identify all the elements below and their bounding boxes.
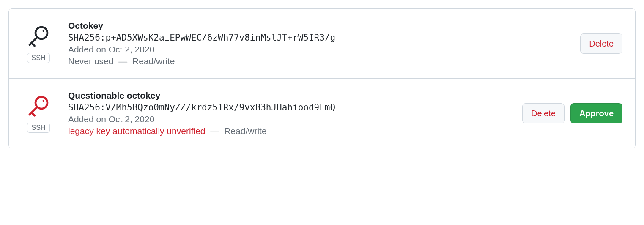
key-icon-col: SSH xyxy=(22,94,55,133)
ssh-badge: SSH xyxy=(27,53,50,63)
key-row: SSH Octokey SHA256:p+AD5XWsK2aiEPwWEC/6z… xyxy=(9,9,635,78)
key-usage: legacy key automatically unverified xyxy=(68,126,206,136)
key-info: Questionable octokey SHA256:V/Mh5BQzo0mN… xyxy=(55,91,522,136)
key-status: Never used — Read/write xyxy=(68,56,580,66)
key-actions: Delete Approve xyxy=(522,103,622,123)
svg-point-1 xyxy=(43,30,44,32)
delete-button[interactable]: Delete xyxy=(522,103,565,123)
key-access: Read/write xyxy=(132,56,175,66)
key-title: Octokey xyxy=(68,21,580,31)
key-added-date: Added on Oct 2, 2020 xyxy=(68,114,522,124)
key-status: legacy key automatically unverified — Re… xyxy=(68,126,522,136)
status-separator: — xyxy=(118,56,127,66)
key-icon xyxy=(27,24,50,48)
ssh-badge: SSH xyxy=(27,123,50,133)
approve-button[interactable]: Approve xyxy=(570,103,622,123)
key-fingerprint: SHA256:V/Mh5BQzo0mNyZZ/krdz51Rx/9vxB3hJH… xyxy=(68,102,522,112)
ssh-keys-list: SSH Octokey SHA256:p+AD5XWsK2aiEPwWEC/6z… xyxy=(8,8,636,148)
svg-point-3 xyxy=(43,100,44,102)
key-icon xyxy=(27,94,50,118)
key-info: Octokey SHA256:p+AD5XWsK2aiEPwWEC/6zWh77… xyxy=(55,21,580,66)
key-actions: Delete xyxy=(580,33,622,54)
key-added-date: Added on Oct 2, 2020 xyxy=(68,44,580,55)
key-icon-col: SSH xyxy=(22,24,55,63)
key-fingerprint: SHA256:p+AD5XWsK2aiEPwWEC/6zWh77v8inMslJ… xyxy=(68,33,580,43)
key-access: Read/write xyxy=(224,126,266,136)
key-title: Questionable octokey xyxy=(68,91,522,101)
status-separator: — xyxy=(210,126,219,136)
key-row: SSH Questionable octokey SHA256:V/Mh5BQz… xyxy=(9,78,635,148)
delete-button[interactable]: Delete xyxy=(580,33,622,54)
key-usage: Never used xyxy=(68,56,113,66)
